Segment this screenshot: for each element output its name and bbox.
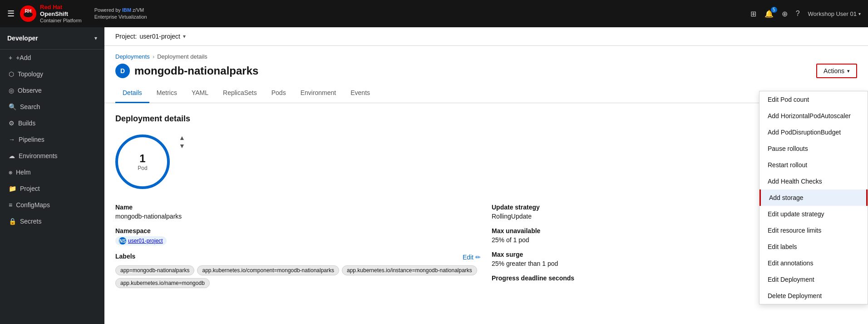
powered-by-area: Powered by IBM z/VM Enterprise Virtualiz… [94, 7, 147, 21]
project-name: user01-project [139, 33, 180, 40]
brand-redhat: Red Hat [40, 4, 82, 11]
section-title: Deployment details [115, 114, 857, 124]
label-tag-3: app.kubernetes.io/name=mongodb [115, 278, 210, 288]
labels-edit-link[interactable]: Edit ✏ [463, 254, 481, 261]
tab-metrics[interactable]: Metrics [149, 84, 184, 103]
secrets-icon: 🔒 [9, 218, 16, 225]
namespace-link[interactable]: user01-project [128, 238, 163, 244]
sidebar-item-search[interactable]: 🔍 Search [0, 99, 104, 115]
tab-pods[interactable]: Pods [264, 84, 293, 103]
dropdown-item-edit-labels[interactable]: Edit labels [760, 239, 868, 255]
project-prefix: Project: [115, 33, 137, 40]
pod-label: Pod [138, 165, 147, 171]
dropdown-item-add-pdb[interactable]: Add PodDisruptionBudget [760, 124, 868, 140]
label-tag-0: app=mongodb-nationalparks [115, 265, 194, 275]
grid-icon[interactable]: ⊞ [750, 10, 756, 18]
sidebar-item-pipelines[interactable]: → Pipelines [0, 131, 104, 148]
breadcrumb-deployments-link[interactable]: Deployments [115, 53, 150, 60]
search-icon: 🔍 [9, 103, 16, 110]
sidebar-header[interactable]: Developer ▾ [0, 27, 104, 50]
dropdown-item-pause-rollouts[interactable]: Pause rollouts [760, 140, 868, 157]
pod-controls: ▲ ▼ [179, 135, 185, 149]
page-title: mongodb-nationalparks [134, 65, 258, 77]
tab-events[interactable]: Events [343, 84, 377, 103]
dropdown-item-add-storage[interactable]: Add storage [760, 189, 868, 206]
details-grid: Name mongodb-nationalparks Namespace NS … [115, 204, 857, 295]
dropdown-item-edit-update-strategy[interactable]: Edit update strategy [760, 206, 868, 222]
dropdown-item-delete-deployment[interactable]: Delete Deployment [760, 288, 868, 304]
deployment-icon: D [115, 64, 130, 78]
tab-details[interactable]: Details [115, 84, 149, 103]
pod-section: 1 Pod ▲ ▼ [115, 135, 857, 189]
labels-row: Labels Edit ✏ [115, 253, 481, 262]
sidebar-role-label: Developer [7, 35, 38, 42]
top-nav-icons: ⊞ 🔔 ⊕ ? Workshop User 01 ▾ [750, 10, 861, 18]
sidebar-item-project[interactable]: 📁 Project [0, 180, 104, 197]
powered-by-text: Powered by IBM z/VM [94, 7, 147, 14]
label-tag-1: app.kubernetes.io/component=mongodb-nati… [197, 265, 339, 275]
edit-label: Edit [463, 254, 473, 261]
tab-replicasets[interactable]: ReplicaSets [216, 84, 264, 103]
namespace-value: NS user01-project [115, 236, 481, 245]
sidebar-item-configmaps[interactable]: ≡ ConfigMaps [0, 197, 104, 213]
sidebar-item-topology[interactable]: ⬡ Topology [0, 66, 104, 82]
sidebar-item-secrets-label: Secrets [20, 218, 41, 225]
name-label: Name [115, 204, 481, 211]
sidebar-item-project-label: Project [20, 185, 40, 192]
labels-label: Labels [115, 253, 135, 260]
brand-platform: Container Platform [40, 18, 82, 24]
sidebar-item-configmaps-label: ConfigMaps [16, 201, 50, 209]
main-content: Project: user01-project ▾ Deployments › … [104, 27, 868, 324]
sidebar-item-environments[interactable]: ☁ Environments [0, 148, 104, 164]
sidebar-item-helm[interactable]: ⎈ Helm [0, 164, 104, 180]
sidebar-item-helm-label: Helm [16, 169, 31, 176]
dropdown-item-edit-resource-limits[interactable]: Edit resource limits [760, 222, 868, 239]
breadcrumb-separator: › [153, 53, 154, 60]
brand-logo-area: RH Red Hat OpenShift Container Platform [20, 4, 82, 24]
breadcrumb-current: Deployment details [157, 53, 207, 60]
builds-icon: ⚙ [9, 120, 15, 127]
label-tag-2: app.kubernetes.io/instance=mongodb-natio… [342, 265, 477, 275]
hamburger-menu[interactable]: ☰ [7, 9, 15, 19]
dropdown-item-add-hpa[interactable]: Add HorizontalPodAutoscaler [760, 108, 868, 124]
project-bar: Project: user01-project ▾ [104, 27, 868, 46]
dropdown-item-restart-rollout[interactable]: Restart rollout [760, 157, 868, 173]
sidebar-item-secrets[interactable]: 🔒 Secrets [0, 213, 104, 229]
name-value: mongodb-nationalparks [115, 213, 481, 220]
actions-dropdown-menu: Edit Pod count Add HorizontalPodAutoscal… [759, 91, 868, 304]
sidebar-item-add-label: +Add [16, 54, 31, 61]
dropdown-item-edit-deployment[interactable]: Edit Deployment [760, 271, 868, 288]
sidebar: Developer ▾ + +Add ⬡ Topology ◎ Observe … [0, 27, 104, 324]
labels-field: Labels Edit ✏ app=mongodb-nationalparks … [115, 253, 481, 288]
plus-icon[interactable]: ⊕ [782, 10, 788, 18]
tab-yaml[interactable]: YAML [184, 84, 216, 103]
sidebar-item-observe-label: Observe [18, 87, 42, 94]
dropdown-item-add-health-checks[interactable]: Add Health Checks [760, 173, 868, 189]
actions-button[interactable]: Actions ▾ [816, 64, 857, 78]
sidebar-item-search-label: Search [20, 103, 40, 110]
user-menu[interactable]: Workshop User 01 ▾ [808, 10, 861, 17]
enterprise-text: Enterprise Virtualization [94, 14, 147, 20]
configmaps-icon: ≡ [9, 201, 12, 209]
sidebar-item-builds[interactable]: ⚙ Builds [0, 115, 104, 131]
project-icon: 📁 [9, 185, 16, 192]
redhat-logo-icon: RH [20, 5, 36, 22]
sidebar-item-add[interactable]: + +Add [0, 50, 104, 66]
tabs-bar: Details Metrics YAML ReplicaSets Pods En… [104, 84, 868, 103]
pod-increase-button[interactable]: ▲ [179, 135, 185, 141]
project-dropdown-arrow[interactable]: ▾ [183, 33, 186, 40]
dropdown-item-edit-pod-count[interactable]: Edit Pod count [760, 91, 868, 108]
main-layout: Developer ▾ + +Add ⬡ Topology ◎ Observe … [0, 27, 868, 324]
helm-icon: ⎈ [9, 169, 12, 176]
brand-text: Red Hat OpenShift Container Platform [40, 4, 82, 24]
observe-icon: ◎ [9, 87, 14, 94]
tab-environment[interactable]: Environment [293, 84, 344, 103]
top-navigation: ☰ RH Red Hat OpenShift Container Platfor… [0, 0, 868, 27]
help-icon[interactable]: ? [796, 10, 800, 18]
notifications-icon[interactable]: 🔔 [764, 10, 774, 18]
brand-openshift: OpenShift [40, 10, 82, 18]
pod-decrease-button[interactable]: ▼ [179, 143, 185, 149]
sidebar-item-observe[interactable]: ◎ Observe [0, 82, 104, 99]
label-tags: app=mongodb-nationalparks app.kubernetes… [115, 265, 481, 288]
dropdown-item-edit-annotations[interactable]: Edit annotations [760, 255, 868, 271]
